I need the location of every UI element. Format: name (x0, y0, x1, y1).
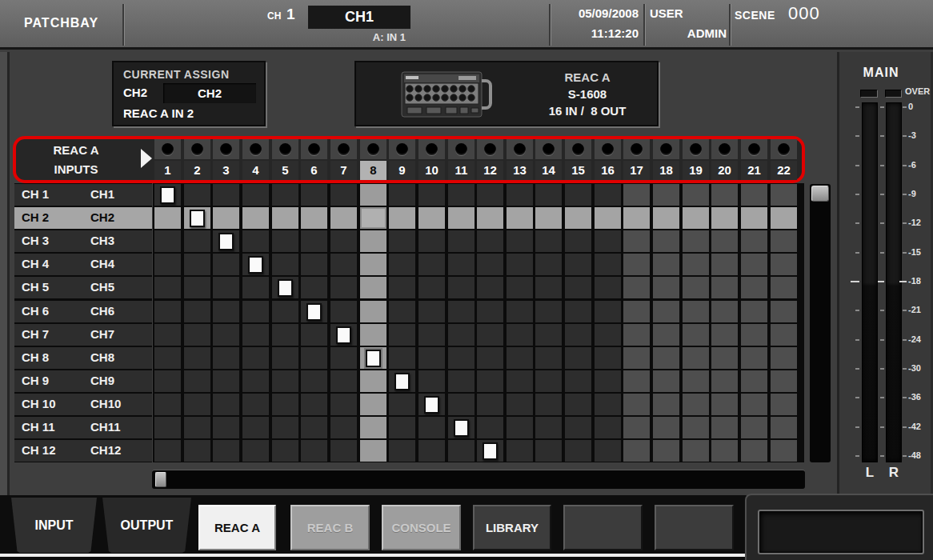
matrix-cell-r2c15[interactable] (565, 207, 591, 229)
column-header-17[interactable]: 17 (623, 161, 650, 180)
patch-assign-checkbox[interactable] (306, 303, 322, 321)
matrix-cell-r1c7[interactable] (330, 184, 357, 206)
tab-reac-b[interactable]: REAC B (290, 505, 370, 550)
matrix-cell-r2c16[interactable] (595, 207, 621, 229)
matrix-cell-r8c13[interactable] (507, 347, 533, 369)
matrix-cell-r3c4[interactable] (242, 230, 269, 252)
matrix-cell-r4c15[interactable] (565, 254, 591, 275)
matrix-cell-r7c20[interactable] (711, 324, 738, 346)
matrix-cell-r6c5[interactable] (272, 301, 298, 322)
matrix-cell-r10c4[interactable] (242, 394, 269, 415)
tab-reac-a[interactable]: REAC A (198, 505, 276, 550)
matrix-cell-r7c7[interactable] (330, 324, 357, 346)
matrix-cell-r3c12[interactable] (477, 230, 503, 252)
matrix-cell-r10c15[interactable] (565, 394, 591, 415)
matrix-cell-r1c8[interactable] (360, 184, 386, 206)
matrix-cell-r2c7[interactable] (330, 207, 357, 229)
matrix-cell-r2c5[interactable] (272, 207, 298, 229)
matrix-cell-r4c19[interactable] (683, 254, 709, 275)
matrix-cell-r6c13[interactable] (507, 301, 533, 322)
matrix-cell-r7c9[interactable] (389, 324, 415, 346)
matrix-cell-r12c18[interactable] (653, 440, 679, 462)
matrix-cell-r6c3[interactable] (213, 301, 239, 322)
column-header-11[interactable]: 11 (448, 161, 475, 180)
matrix-cell-r6c11[interactable] (448, 301, 475, 322)
matrix-cell-r4c2[interactable] (184, 254, 210, 275)
matrix-cell-r7c21[interactable] (741, 324, 767, 346)
vertical-scrollbar-handle[interactable] (811, 186, 829, 202)
matrix-cell-r11c15[interactable] (565, 417, 591, 438)
matrix-cell-r4c16[interactable] (595, 254, 621, 275)
matrix-cell-r8c9[interactable] (389, 347, 415, 369)
matrix-cell-r9c3[interactable] (213, 370, 239, 392)
matrix-cell-r5c16[interactable] (595, 277, 621, 298)
matrix-cell-r8c6[interactable] (301, 347, 327, 369)
patch-assign-checkbox[interactable] (424, 396, 439, 414)
matrix-cell-r3c10[interactable] (418, 230, 445, 252)
matrix-cell-r1c16[interactable] (595, 184, 621, 206)
matrix-cell-r10c14[interactable] (535, 394, 562, 415)
matrix-cell-r7c2[interactable] (184, 324, 210, 346)
column-header-12[interactable]: 12 (477, 161, 503, 180)
patch-assign-checkbox[interactable] (336, 326, 351, 344)
matrix-cell-r3c8[interactable] (360, 230, 386, 252)
matrix-cell-r5c1[interactable] (154, 277, 181, 298)
matrix-cell-r8c18[interactable] (653, 347, 679, 369)
matrix-cell-r6c8[interactable] (360, 301, 386, 322)
matrix-cell-r7c1[interactable] (154, 324, 181, 346)
matrix-cell-r3c19[interactable] (683, 230, 709, 252)
matrix-cell-r1c15[interactable] (565, 184, 591, 206)
matrix-cell-r2c10[interactable] (418, 207, 445, 229)
matrix-cell-r8c11[interactable] (448, 347, 475, 369)
column-header-3[interactable]: 3 (213, 161, 239, 180)
matrix-cell-r4c1[interactable] (154, 254, 181, 275)
channel-name-display[interactable]: CH1 (308, 6, 410, 29)
matrix-cell-r7c14[interactable] (535, 324, 562, 346)
matrix-cell-r3c7[interactable] (330, 230, 357, 252)
matrix-cell-r6c22[interactable] (771, 301, 797, 322)
matrix-cell-r12c20[interactable] (711, 440, 738, 462)
matrix-cell-r5c13[interactable] (507, 277, 533, 298)
matrix-cell-r11c20[interactable] (711, 417, 738, 438)
column-header-18[interactable]: 18 (653, 161, 679, 180)
matrix-cell-r10c10[interactable] (418, 394, 445, 415)
matrix-cell-r11c13[interactable] (507, 417, 533, 438)
matrix-cell-r1c14[interactable] (535, 184, 562, 206)
matrix-cell-r8c4[interactable] (242, 347, 269, 369)
matrix-cell-r9c20[interactable] (711, 370, 738, 392)
matrix-cell-r2c18[interactable] (653, 207, 679, 229)
matrix-cell-r10c3[interactable] (213, 394, 239, 415)
matrix-cell-r11c4[interactable] (242, 417, 269, 438)
matrix-cell-r11c21[interactable] (741, 417, 767, 438)
matrix-cell-r1c13[interactable] (507, 184, 533, 206)
matrix-cell-r10c13[interactable] (507, 394, 533, 415)
matrix-cell-r2c17[interactable] (623, 207, 650, 229)
matrix-cell-r9c11[interactable] (448, 370, 475, 392)
matrix-cell-r5c14[interactable] (535, 277, 562, 298)
matrix-cell-r9c15[interactable] (565, 370, 591, 392)
matrix-cell-r2c14[interactable] (535, 207, 562, 229)
matrix-cell-r11c8[interactable] (360, 417, 386, 438)
column-header-7[interactable]: 7 (330, 161, 357, 180)
matrix-cell-r5c22[interactable] (771, 277, 797, 298)
matrix-cell-r12c8[interactable] (360, 440, 386, 462)
tab-console[interactable]: CONSOLE (382, 505, 461, 550)
matrix-cell-r6c2[interactable] (184, 301, 210, 322)
matrix-cell-r6c20[interactable] (711, 301, 738, 322)
matrix-cell-r9c19[interactable] (683, 370, 709, 392)
matrix-cell-r12c1[interactable] (154, 440, 181, 462)
matrix-cell-r10c6[interactable] (301, 394, 327, 415)
matrix-cell-r12c3[interactable] (213, 440, 239, 462)
matrix-cell-r3c13[interactable] (507, 230, 533, 252)
matrix-cell-r12c4[interactable] (242, 440, 269, 462)
column-header-13[interactable]: 13 (507, 161, 533, 180)
matrix-cell-r11c22[interactable] (771, 417, 797, 438)
tab-blank-7[interactable] (655, 505, 734, 550)
matrix-cell-r11c9[interactable] (389, 417, 415, 438)
matrix-cell-r3c17[interactable] (623, 230, 650, 252)
matrix-cell-r5c6[interactable] (301, 277, 327, 298)
matrix-cell-r12c2[interactable] (184, 440, 210, 462)
matrix-cell-r12c9[interactable] (389, 440, 415, 462)
matrix-cell-r6c19[interactable] (683, 301, 709, 322)
matrix-cell-r7c17[interactable] (623, 324, 650, 346)
